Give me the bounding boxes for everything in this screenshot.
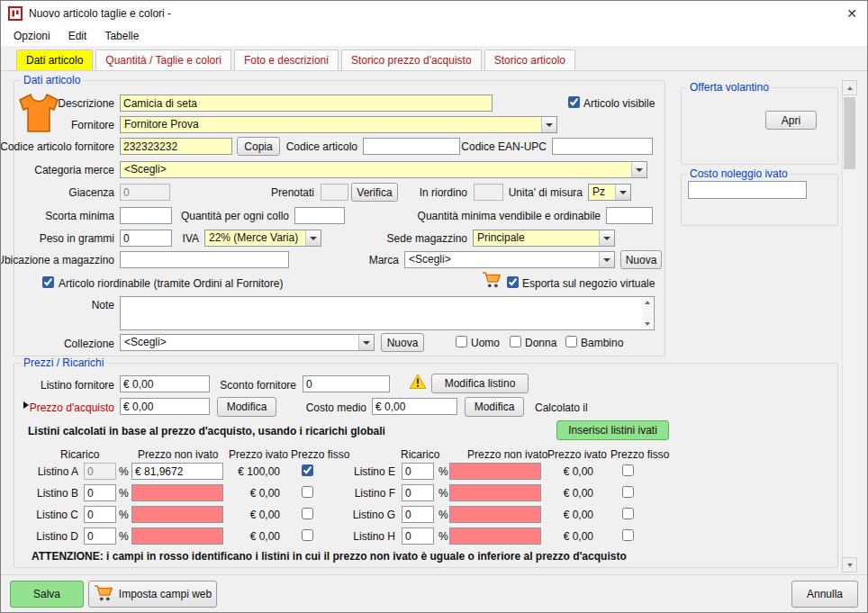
quantita-minima-input[interactable] xyxy=(606,207,653,224)
donna-checkbox[interactable] xyxy=(510,336,521,347)
annulla-button[interactable]: Annulla xyxy=(791,581,858,608)
listino-b-fisso-checkbox[interactable] xyxy=(302,486,313,498)
sede-magazzino-label: Sede magazzino xyxy=(387,232,467,245)
modifica-listino-button[interactable]: Modifica listino xyxy=(431,374,529,393)
articolo-visibile-checkbox[interactable] xyxy=(568,96,580,108)
scorta-minima-label: Scorta minima xyxy=(45,210,114,222)
iva-select[interactable]: 22% (Merce Varia) xyxy=(204,230,321,247)
categoria-merce-select[interactable]: <Scegli> xyxy=(120,161,647,178)
listino-c-fisso-checkbox[interactable] xyxy=(302,508,313,519)
iva-label: IVA xyxy=(183,232,199,245)
quantita-collo-input[interactable] xyxy=(294,207,345,224)
tab-dati-articolo[interactable]: Dati articolo xyxy=(16,50,93,70)
sconto-fornitore-input[interactable] xyxy=(303,375,390,392)
listino-f-ricarico-input[interactable] xyxy=(402,484,434,501)
menu-tabelle[interactable]: Tabelle xyxy=(95,27,148,45)
listino-g-prezzo-input[interactable] xyxy=(449,506,541,523)
tab-storico-articolo[interactable]: Storico articolo xyxy=(484,50,575,70)
categoria-merce-value: <Scegli> xyxy=(121,162,631,177)
listino-fornitore-input[interactable] xyxy=(120,375,210,392)
listino-a-prezzo-ivato: € 100,00 xyxy=(238,465,280,478)
marca-select[interactable]: <Scegli> xyxy=(404,251,615,268)
listino-c-prezzo-input[interactable] xyxy=(131,506,223,523)
marca-label: Marca xyxy=(369,254,399,266)
tab-storico-prezzo-acquisto[interactable]: Storico prezzo d'acquisto xyxy=(341,50,482,70)
copia-button[interactable]: Copia xyxy=(237,137,280,156)
listino-d-fisso-checkbox[interactable] xyxy=(302,529,313,541)
listino-g-fisso-checkbox[interactable] xyxy=(622,508,634,519)
codice-ean-input[interactable] xyxy=(552,138,653,155)
menu-opzioni[interactable]: Opzioni xyxy=(5,27,59,45)
listino-e-fisso-checkbox[interactable] xyxy=(622,464,634,476)
app-icon xyxy=(8,6,23,21)
chevron-down-icon xyxy=(599,230,614,246)
chevron-down-icon xyxy=(358,335,374,350)
note-input[interactable] xyxy=(121,297,642,329)
warning-icon xyxy=(409,374,427,390)
chevron-down-icon xyxy=(615,185,630,200)
costo-medio-modifica-button[interactable]: Modifica xyxy=(465,397,524,417)
sede-magazzino-value: Principale xyxy=(474,230,599,246)
giacenza-input xyxy=(120,184,170,201)
listino-a-prezzo-input[interactable] xyxy=(131,463,223,480)
listino-h-prezzo-input[interactable] xyxy=(449,527,541,545)
apri-button[interactable]: Apri xyxy=(765,111,817,130)
scrollbar-down-button[interactable] xyxy=(842,557,857,572)
collezione-label: Collezione xyxy=(64,338,114,350)
esporta-checkbox[interactable] xyxy=(507,276,519,288)
inserisci-listini-button[interactable]: Inserisci listini ivati xyxy=(556,420,669,440)
listino-e-ricarico-input[interactable] xyxy=(402,463,434,480)
prezzo-acquisto-modifica-button[interactable]: Modifica xyxy=(217,397,276,417)
unita-misura-select[interactable]: Pz xyxy=(588,184,631,201)
close-icon[interactable]: ✕ xyxy=(841,5,863,23)
listino-f-fisso-checkbox[interactable] xyxy=(622,486,634,498)
listino-h-ricarico-input[interactable] xyxy=(402,527,434,545)
verifica-button[interactable]: Verifica xyxy=(351,183,398,202)
listino-e-prezzo-input[interactable] xyxy=(449,463,541,480)
col-prezzo-non-ivato-right: Prezzo non ivato xyxy=(467,448,547,461)
ubicazione-input[interactable] xyxy=(120,251,289,268)
listino-b-prezzo-input[interactable] xyxy=(131,484,223,501)
menu-edit[interactable]: Edit xyxy=(59,27,96,45)
listino-h-fisso-checkbox[interactable] xyxy=(622,529,634,541)
listino-f-prezzo-input[interactable] xyxy=(449,484,541,501)
riordinabile-checkbox[interactable] xyxy=(42,276,54,288)
listino-d-prezzo-input[interactable] xyxy=(131,527,223,545)
collezione-select[interactable]: <Scegli> xyxy=(120,334,375,351)
prezzo-acquisto-input[interactable] xyxy=(120,398,210,415)
costo-noleggio-input[interactable] xyxy=(688,181,807,199)
peso-input[interactable] xyxy=(120,230,172,247)
dati-articolo-group-title: Dati articolo xyxy=(21,75,83,86)
scrollbar-up-button[interactable] xyxy=(842,80,857,95)
listino-b-ricarico-input[interactable] xyxy=(84,484,116,501)
listino-g-ricarico-input[interactable] xyxy=(402,506,434,523)
scrollbar-thumb[interactable] xyxy=(844,97,855,169)
attenzione-text: ATTENZIONE: i campi in rosso identifican… xyxy=(32,550,627,563)
bambino-label: Bambino xyxy=(581,337,623,349)
scorta-minima-input[interactable] xyxy=(120,207,172,224)
descrizione-input[interactable] xyxy=(120,95,493,112)
listino-a-fisso-checkbox[interactable] xyxy=(302,464,313,476)
note-scrollbar[interactable] xyxy=(642,298,653,329)
uomo-checkbox[interactable] xyxy=(456,336,467,347)
chevron-down-icon xyxy=(631,162,646,177)
listino-b-prezzo-ivato: € 0,00 xyxy=(250,487,280,500)
tab-quantita-taglie-colori[interactable]: Quantità / Taglie e colori xyxy=(95,50,231,70)
marca-nuova-button[interactable]: Nuova xyxy=(620,250,662,269)
listino-d-ricarico-input[interactable] xyxy=(84,527,116,545)
fornitore-value: Fornitore Prova xyxy=(121,117,541,132)
col-ricarico-left: Ricarico xyxy=(60,448,99,461)
listino-c-ricarico-input[interactable] xyxy=(84,506,116,523)
fornitore-select[interactable]: Fornitore Prova xyxy=(120,116,557,133)
sede-magazzino-select[interactable]: Principale xyxy=(473,230,615,247)
ubicazione-label: Ubicazione a magazzino xyxy=(0,254,114,266)
codice-articolo-fornitore-input[interactable] xyxy=(120,138,232,155)
collezione-nuova-button[interactable]: Nuova xyxy=(381,333,424,352)
salva-button[interactable]: Salva xyxy=(10,581,84,608)
imposta-campi-web-button[interactable]: Imposta campi web xyxy=(88,581,217,608)
codice-articolo-input[interactable] xyxy=(363,138,460,155)
bambino-checkbox[interactable] xyxy=(565,336,577,347)
tab-foto-descrizioni[interactable]: Foto e descrizioni xyxy=(234,50,339,70)
costo-medio-input[interactable] xyxy=(372,398,457,415)
dialog-nuovo-articolo: Nuovo articolo taglie e colori - ✕ Opzio… xyxy=(0,0,868,613)
